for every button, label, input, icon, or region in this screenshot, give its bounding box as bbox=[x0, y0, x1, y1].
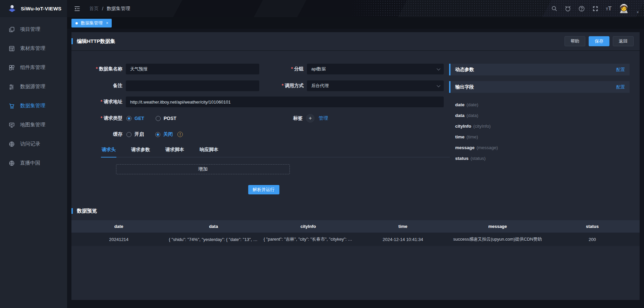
remark-input[interactable] bbox=[126, 80, 259, 91]
breadcrumb-separator: / bbox=[102, 6, 103, 11]
output-field: date(date) bbox=[455, 99, 630, 110]
radio-circle[interactable] bbox=[126, 132, 131, 137]
page-title: 编辑HTTP数据集 bbox=[71, 38, 115, 45]
datasource-icon bbox=[9, 84, 15, 90]
request-type-label: 请求类型 bbox=[77, 115, 122, 121]
manage-tags-link[interactable]: 管理 bbox=[319, 115, 328, 121]
accent-bar bbox=[449, 81, 450, 93]
tab-dataset-management[interactable]: 数据集管理 × bbox=[71, 19, 112, 27]
component-icon bbox=[9, 65, 15, 71]
radio-get[interactable]: GET bbox=[126, 116, 144, 121]
request-url-label: 请求地址 bbox=[77, 99, 122, 105]
search-icon[interactable] bbox=[551, 5, 557, 12]
material-icon bbox=[9, 46, 15, 52]
cache-label: 缓存 bbox=[77, 131, 122, 137]
help-button[interactable]: 帮助 bbox=[565, 36, 585, 46]
fullscreen-icon[interactable] bbox=[592, 5, 599, 12]
breadcrumb-home[interactable]: 首页 bbox=[89, 6, 99, 12]
col-date: date bbox=[71, 220, 166, 233]
radio-cache-off[interactable]: 关闭 bbox=[155, 131, 173, 137]
sidebar-item-dataset[interactable]: 数据集管理 bbox=[0, 96, 67, 115]
tab-request-headers[interactable]: 请求头 bbox=[101, 147, 116, 157]
sidebar-item-live-china[interactable]: 直播中国 bbox=[0, 153, 67, 173]
help-icon[interactable] bbox=[578, 5, 585, 12]
radio-circle[interactable] bbox=[126, 116, 131, 121]
preview-header-row: date data cityInfo time message status bbox=[71, 220, 640, 233]
project-icon bbox=[9, 26, 15, 33]
header-decor bbox=[171, 0, 265, 17]
group-select[interactable]: api数据 bbox=[307, 64, 444, 74]
edit-dataset-panel: 编辑HTTP数据集 帮助 保存 返回 数据集名称 分组 api数据 bbox=[71, 32, 640, 300]
output-field-list: date(date) data(data) cityInfo(cityInfo)… bbox=[449, 99, 630, 164]
sidebar-collapse-icon[interactable] bbox=[74, 5, 80, 12]
sidebar-menu: 项目管理 素材库管理 组件库管理 数据源管理 数据集管理 地图集管理 访问记录 bbox=[0, 17, 67, 173]
dynamic-params-header: 动态参数 配置 bbox=[449, 64, 630, 75]
tab-response-script[interactable]: 响应脚本 bbox=[199, 147, 219, 157]
request-config-tabs: 请求头 请求参数 请求脚本 响应脚本 bbox=[101, 147, 450, 158]
header-icon-group: TT 🧑‍🚀 ▾ bbox=[551, 0, 639, 17]
chevron-down-icon bbox=[437, 83, 440, 87]
radio-cache-on[interactable]: 开启 bbox=[126, 131, 144, 137]
dataset-form: 数据集名称 分组 api数据 备注 调用方式 后台代理 bbox=[77, 64, 450, 194]
cell-cityinfo: { "parent": "吉林", "city": "长春市", "cityke… bbox=[261, 233, 356, 246]
globe-icon bbox=[9, 160, 15, 166]
output-fields-config-link[interactable]: 配置 bbox=[616, 84, 625, 90]
run-button-row: 解析并运行 bbox=[77, 185, 450, 194]
page-tab-bar: 数据集管理 × bbox=[67, 17, 644, 29]
tab-request-params[interactable]: 请求参数 bbox=[130, 147, 151, 157]
warning-icon: ! bbox=[177, 132, 183, 137]
col-status: status bbox=[545, 220, 640, 233]
tab-active-dot bbox=[75, 22, 78, 24]
top-header: 首页 / 数据集管理 TT 🧑‍🚀 ▾ bbox=[67, 0, 644, 17]
sidebar-item-mapset[interactable]: 地图集管理 bbox=[0, 115, 67, 134]
radio-circle[interactable] bbox=[155, 132, 160, 137]
parse-and-run-button[interactable]: 解析并运行 bbox=[248, 185, 279, 194]
sidebar-item-datasource[interactable]: 数据源管理 bbox=[0, 77, 67, 96]
radio-post[interactable]: POST bbox=[156, 116, 176, 121]
back-button[interactable]: 返回 bbox=[613, 36, 634, 46]
cell-time: 2024-12-14 10:41:34 bbox=[356, 233, 450, 246]
preview-table: date data cityInfo time message status 2… bbox=[71, 220, 640, 246]
request-url-input[interactable] bbox=[126, 97, 444, 107]
data-preview-section: 数据预览 date data cityInfo time message sta… bbox=[71, 208, 640, 246]
cell-status: 200 bbox=[545, 233, 640, 246]
output-field: time(time) bbox=[455, 131, 630, 142]
right-panel: 动态参数 配置 输出字段 配置 date(date) data(data) ci… bbox=[449, 64, 630, 164]
data-preview-title: 数据预览 bbox=[71, 208, 640, 214]
group-label: 分组 bbox=[263, 66, 304, 72]
add-row-button[interactable]: 增加 bbox=[116, 164, 290, 174]
caret-down-icon[interactable]: ▾ bbox=[637, 10, 639, 17]
save-button[interactable]: 保存 bbox=[589, 36, 609, 46]
sidebar: SiWu-IoT-VIEWS 项目管理 素材库管理 组件库管理 数据源管理 数据… bbox=[0, 0, 67, 308]
dataset-name-label: 数据集名称 bbox=[77, 66, 122, 72]
tab-close-icon[interactable]: × bbox=[106, 21, 108, 25]
title-accent-bar bbox=[71, 38, 73, 44]
avatar[interactable]: 🧑‍🚀 bbox=[619, 4, 629, 13]
col-message: message bbox=[450, 220, 545, 233]
header-decor bbox=[296, 0, 409, 17]
table-row: 20241214 { "shidu": "74%", "yesterday": … bbox=[71, 233, 640, 246]
sidebar-item-material[interactable]: 素材库管理 bbox=[0, 39, 67, 58]
sidebar-item-component[interactable]: 组件库管理 bbox=[0, 58, 67, 77]
accent-bar bbox=[71, 208, 73, 214]
logo-cube-icon bbox=[7, 4, 17, 13]
globe-icon bbox=[9, 141, 15, 147]
invoke-mode-select[interactable]: 后台代理 bbox=[307, 80, 444, 91]
sidebar-item-project[interactable]: 项目管理 bbox=[0, 20, 67, 39]
radio-circle[interactable] bbox=[156, 116, 161, 121]
font-size-icon[interactable]: TT bbox=[606, 5, 611, 12]
sidebar-item-access-log[interactable]: 访问记录 bbox=[0, 134, 67, 153]
dynamic-params-config-link[interactable]: 配置 bbox=[616, 67, 625, 73]
col-data: data bbox=[166, 220, 261, 233]
add-tag-button[interactable]: + bbox=[306, 114, 315, 123]
github-icon[interactable] bbox=[565, 5, 571, 12]
col-time: time bbox=[356, 220, 450, 233]
header-actions: 帮助 保存 返回 bbox=[565, 36, 634, 46]
dataset-name-input[interactable] bbox=[126, 64, 259, 74]
output-fields-header: 输出字段 配置 bbox=[449, 81, 630, 93]
chevron-down-icon bbox=[437, 67, 440, 70]
invoke-mode-label: 调用方式 bbox=[263, 83, 304, 89]
tab-request-script[interactable]: 请求脚本 bbox=[165, 147, 185, 157]
output-field: status(status) bbox=[455, 153, 630, 164]
cell-message: success感谢又拍云(upyun.com)提供CDN赞助 bbox=[450, 233, 545, 246]
